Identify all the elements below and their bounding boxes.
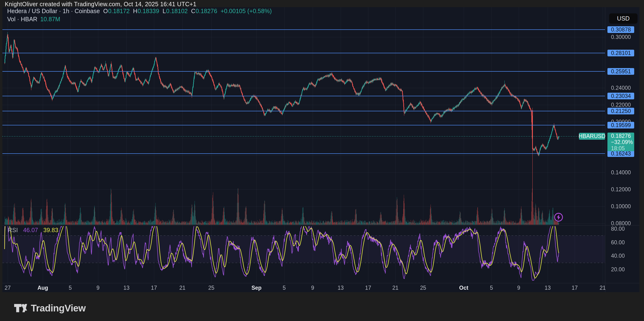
volume-legend[interactable]: Vol · HBAR 10.87M bbox=[7, 16, 60, 23]
rsi-tick-label: 20.00 bbox=[611, 266, 625, 273]
time-tick-label: 5 bbox=[69, 285, 72, 291]
symbol-title: Hedera / US Dollar · 1h · Coinbase bbox=[7, 8, 100, 14]
time-tick-label: 13 bbox=[544, 285, 551, 291]
rsi-tick-label: 60.00 bbox=[611, 239, 625, 246]
last-price-value: 0.18276 bbox=[611, 133, 634, 139]
price-tick-label: 0.12000 bbox=[611, 186, 631, 193]
rsi-legend[interactable]: RSI 46.07 39.83 bbox=[8, 227, 58, 234]
level-price-label: 0.28101 bbox=[608, 50, 634, 56]
currency-toggle-usd[interactable]: USD bbox=[609, 13, 638, 24]
rsi-value: 46.07 bbox=[23, 227, 38, 234]
tradingview-published-chart: KnightOliver created with TradingView.co… bbox=[0, 0, 644, 321]
time-tick-label: 21 bbox=[179, 285, 186, 291]
level-price-label: 0.21250 bbox=[608, 108, 634, 114]
time-tick-label: Sep bbox=[252, 285, 262, 291]
price-tick-label: 0.10000 bbox=[611, 203, 631, 210]
flash-boost-icon[interactable] bbox=[554, 212, 564, 222]
price-tick-label: 0.24000 bbox=[611, 84, 631, 91]
rsi-ma-value: 39.83 bbox=[43, 227, 58, 234]
rsi-title: RSI bbox=[8, 227, 18, 234]
attribution-text: KnightOliver created with TradingView.co… bbox=[5, 1, 196, 8]
price-tick-label: 0.14000 bbox=[611, 169, 631, 176]
volume-value: 10.87M bbox=[40, 16, 60, 23]
ohlc-high: H0.18339 bbox=[133, 8, 159, 14]
time-tick-label: 27 bbox=[4, 285, 11, 291]
time-tick-label: Aug bbox=[38, 285, 48, 291]
time-tick-label: 17 bbox=[151, 285, 157, 291]
tradingview-wordmark: TradingView bbox=[31, 303, 86, 314]
level-price-label: 0.19599 bbox=[608, 122, 634, 128]
level-price-label: 0.25951 bbox=[608, 68, 634, 75]
price-chart-canvas[interactable] bbox=[0, 0, 644, 321]
rsi-tick-label: 40.00 bbox=[611, 253, 625, 259]
level-price-label: 0.23034 bbox=[608, 93, 634, 99]
time-tick-label: 13 bbox=[123, 285, 130, 291]
change-value: +0.00105 (+0.58%) bbox=[221, 8, 272, 14]
time-tick-label: 9 bbox=[96, 285, 100, 291]
price-tick-label: 0.30000 bbox=[611, 34, 631, 40]
rsi-tick-label: 80.00 bbox=[611, 226, 625, 232]
time-tick-label: 5 bbox=[490, 285, 493, 291]
ohlc-low: L0.18102 bbox=[162, 8, 188, 14]
ohlc-open: O0.18172 bbox=[103, 8, 130, 14]
time-tick-label: 13 bbox=[338, 285, 344, 291]
time-tick-label: 21 bbox=[600, 285, 606, 291]
time-tick-label: Oct bbox=[459, 285, 468, 291]
time-tick-label: 25 bbox=[208, 285, 214, 291]
time-tick-label: 9 bbox=[311, 285, 314, 291]
volume-label: Vol · HBAR bbox=[7, 16, 37, 23]
bar-countdown: 18:05 bbox=[611, 145, 634, 151]
last-price-label: 0.18276 −32.09% 18:05 bbox=[608, 133, 634, 151]
tradingview-logo-icon bbox=[14, 302, 28, 314]
symbol-legend[interactable]: Hedera / US Dollar · 1h · Coinbase O0.18… bbox=[7, 8, 272, 14]
price-tick-label: 0.22000 bbox=[611, 101, 631, 108]
time-tick-label: 5 bbox=[283, 285, 286, 291]
ohlc-close: C0.18276 bbox=[191, 8, 217, 14]
last-price-change: −32.09% bbox=[611, 139, 634, 145]
tradingview-logo[interactable]: TradingView bbox=[14, 302, 86, 314]
time-tick-label: 21 bbox=[392, 285, 398, 291]
time-tick-label: 9 bbox=[517, 285, 520, 291]
time-tick-label: 17 bbox=[365, 285, 371, 291]
level-price-label: 0.30878 bbox=[608, 26, 634, 33]
symbol-price-tag: HBARUSD bbox=[579, 133, 605, 140]
time-tick-label: 25 bbox=[420, 285, 426, 291]
time-tick-label: 17 bbox=[572, 285, 578, 291]
